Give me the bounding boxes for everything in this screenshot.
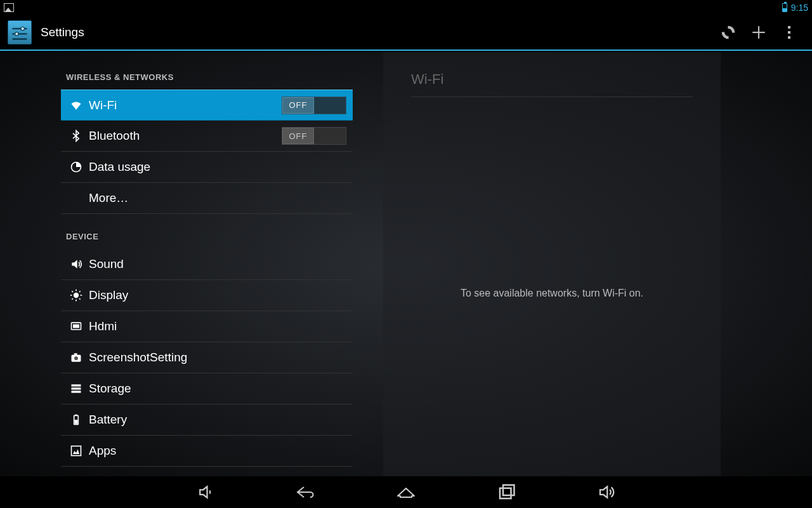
svg-rect-30 (503, 485, 514, 495)
sidebar-item-label: Bluetooth (89, 129, 282, 143)
section-header-wireless: WIRELESS & NETWORKS (61, 52, 353, 90)
svg-rect-26 (75, 415, 77, 416)
back-button[interactable] (291, 477, 321, 507)
section-header-personal: PERSONAL (61, 467, 353, 476)
status-bar: 9:15 (0, 0, 812, 15)
wifi-icon (66, 99, 86, 112)
sidebar-item-label: Sound (89, 257, 346, 271)
svg-rect-18 (73, 324, 79, 328)
detail-panel: Wi-Fi To see available networks, turn Wi… (353, 52, 751, 476)
camera-icon (66, 351, 86, 364)
apps-icon (66, 444, 86, 457)
sidebar-item-sound[interactable]: Sound (61, 249, 353, 280)
navigation-bar (0, 476, 812, 508)
data-usage-icon (66, 161, 86, 173)
display-icon (66, 289, 86, 302)
settings-sidebar: WIRELESS & NETWORKS Wi-Fi OFF Bluetooth … (61, 52, 353, 476)
hdmi-icon (66, 320, 86, 333)
toggle-state: OFF (282, 128, 314, 144)
sidebar-item-battery[interactable]: Battery (61, 404, 353, 436)
sidebar-item-apps[interactable]: Apps (61, 436, 353, 467)
recent-apps-button[interactable] (491, 477, 521, 507)
status-time: 9:15 (791, 3, 808, 13)
sidebar-item-screenshot[interactable]: ScreenshotSetting (61, 342, 353, 373)
sidebar-item-label: Data usage (89, 160, 346, 174)
sound-icon (66, 258, 86, 271)
picture-icon (4, 3, 14, 12)
sidebar-item-label: More… (66, 191, 346, 205)
svg-rect-21 (74, 353, 77, 355)
detail-title: Wi-Fi (411, 71, 693, 97)
svg-line-15 (72, 298, 73, 300)
overflow-icon (788, 26, 790, 39)
battery-icon (66, 413, 86, 426)
sidebar-item-label: Apps (89, 444, 346, 458)
sidebar-item-wifi[interactable]: Wi-Fi OFF (61, 90, 353, 121)
settings-app-icon (8, 20, 32, 44)
sidebar-item-more[interactable]: More… (61, 183, 353, 214)
svg-point-8 (74, 293, 79, 298)
add-button[interactable] (743, 17, 774, 48)
volume-down-button[interactable] (190, 477, 221, 507)
svg-rect-24 (72, 391, 81, 392)
battery-icon (782, 3, 787, 12)
svg-rect-23 (72, 387, 81, 389)
home-button[interactable] (391, 477, 421, 507)
sidebar-item-label: Display (89, 288, 346, 302)
bluetooth-icon (66, 130, 86, 142)
sidebar-item-label: Storage (89, 382, 346, 396)
svg-line-14 (79, 298, 81, 300)
refresh-button[interactable] (713, 17, 743, 48)
sidebar-item-label: Wi-Fi (89, 98, 282, 112)
sidebar-item-data-usage[interactable]: Data usage (61, 152, 353, 183)
detail-message: To see available networks, turn Wi-Fi on… (411, 288, 693, 299)
svg-rect-28 (72, 446, 81, 456)
sidebar-item-storage[interactable]: Storage (61, 373, 353, 404)
page-title: Settings (41, 25, 713, 39)
toggle-state: OFF (282, 97, 314, 114)
volume-up-button[interactable] (591, 477, 622, 507)
bluetooth-toggle[interactable]: OFF (282, 127, 346, 145)
svg-point-3 (21, 27, 24, 30)
svg-rect-22 (72, 384, 81, 386)
storage-icon (66, 382, 86, 395)
svg-point-20 (74, 356, 78, 360)
svg-rect-27 (75, 420, 78, 424)
svg-line-13 (72, 291, 73, 292)
sidebar-item-label: Battery (89, 413, 346, 427)
svg-rect-29 (500, 488, 511, 498)
overflow-menu-button[interactable] (774, 17, 804, 48)
sidebar-item-label: Hdmi (89, 319, 346, 333)
section-header-device: DEVICE (61, 214, 353, 249)
sidebar-item-display[interactable]: Display (61, 280, 353, 311)
svg-point-4 (15, 32, 18, 36)
action-bar: Settings (0, 15, 812, 51)
wifi-toggle[interactable]: OFF (282, 97, 346, 114)
svg-line-16 (79, 291, 81, 292)
sidebar-item-label: ScreenshotSetting (89, 351, 346, 364)
sidebar-item-bluetooth[interactable]: Bluetooth OFF (61, 121, 353, 152)
sidebar-item-hdmi[interactable]: Hdmi (61, 311, 353, 342)
